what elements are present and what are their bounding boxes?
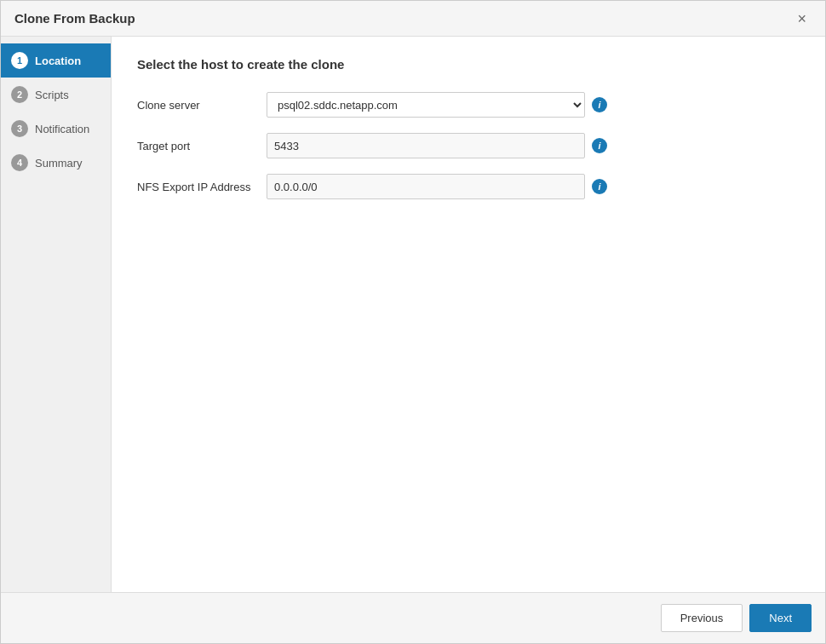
step-number-1: 1	[11, 52, 28, 69]
clone-server-select[interactable]: psql02.sddc.netapp.com	[267, 92, 585, 118]
previous-button[interactable]: Previous	[661, 604, 743, 632]
nfs-export-row: NFS Export IP Address i	[137, 174, 800, 199]
close-button[interactable]: ×	[792, 9, 812, 28]
nfs-export-input[interactable]	[267, 174, 585, 199]
step-number-3: 3	[11, 120, 28, 137]
main-content: Select the host to create the clone Clon…	[112, 37, 825, 592]
nfs-export-info-icon[interactable]: i	[592, 179, 607, 194]
step-label-location: Location	[35, 55, 81, 67]
step-label-summary: Summary	[35, 157, 83, 170]
sidebar-item-notification[interactable]: 3 Notification	[1, 112, 111, 146]
clone-server-row: Clone server psql02.sddc.netapp.com i	[137, 92, 800, 118]
dialog-header: Clone From Backup ×	[1, 1, 825, 37]
sidebar-item-scripts[interactable]: 2 Scripts	[1, 78, 111, 112]
next-button[interactable]: Next	[749, 604, 812, 632]
dialog-body: 1 Location 2 Scripts 3 Notification 4 Su…	[1, 37, 825, 592]
target-port-wrapper: i	[267, 133, 607, 158]
target-port-input[interactable]	[267, 133, 585, 158]
sidebar: 1 Location 2 Scripts 3 Notification 4 Su…	[1, 37, 112, 592]
nfs-export-wrapper: i	[267, 174, 607, 199]
target-port-label: Target port	[137, 140, 256, 152]
step-label-notification: Notification	[35, 123, 89, 135]
dialog-footer: Previous Next	[1, 592, 825, 643]
step-number-2: 2	[11, 86, 28, 103]
step-label-scripts: Scripts	[35, 89, 69, 101]
content-title: Select the host to create the clone	[137, 57, 800, 72]
clone-server-label: Clone server	[137, 99, 256, 112]
clone-from-backup-dialog: Clone From Backup × 1 Location 2 Scripts…	[0, 0, 826, 644]
sidebar-item-location[interactable]: 1 Location	[1, 43, 111, 78]
target-port-row: Target port i	[137, 133, 800, 158]
target-port-info-icon[interactable]: i	[592, 138, 607, 153]
clone-server-info-icon[interactable]: i	[592, 97, 607, 112]
clone-server-wrapper: psql02.sddc.netapp.com i	[267, 92, 607, 118]
sidebar-item-summary[interactable]: 4 Summary	[1, 146, 111, 180]
dialog-title: Clone From Backup	[14, 11, 135, 26]
step-number-4: 4	[11, 154, 28, 171]
nfs-export-label: NFS Export IP Address	[137, 181, 256, 193]
